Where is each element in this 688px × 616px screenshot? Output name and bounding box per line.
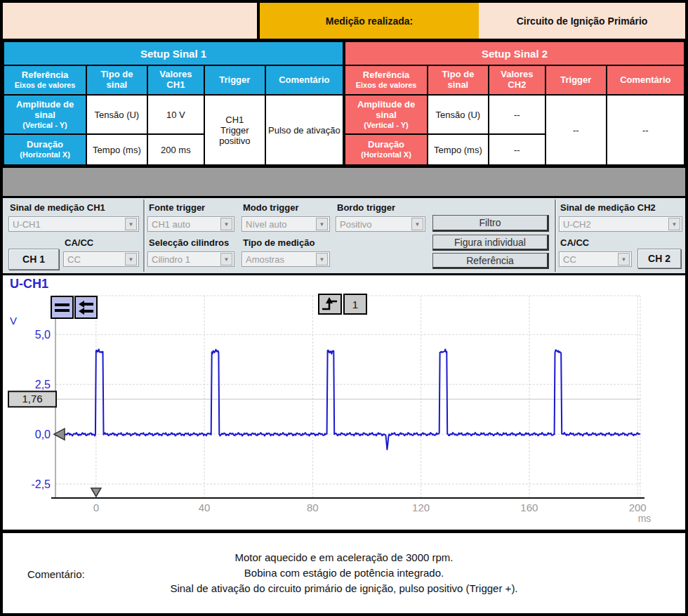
ch2-coupling-select[interactable]: CC ▼ bbox=[559, 251, 632, 267]
chevron-down-icon[interactable]: ▼ bbox=[668, 218, 680, 230]
oscilloscope-display: U-CH1 -2,50,02,55,004080120160200msV1,76 bbox=[3, 275, 685, 533]
ch1-signal-select[interactable]: U-CH1 ▼ bbox=[8, 216, 139, 232]
y-axis-unit: V bbox=[10, 315, 17, 327]
setup-tables: Setup Sinal 1 ReferênciaEixos de valores… bbox=[3, 41, 685, 168]
y-tick-label: 5,0 bbox=[35, 329, 51, 341]
measurement-report-page: Medição realizada: Circuito de Ignição P… bbox=[0, 0, 688, 616]
trigger-channel-badge[interactable]: 1 bbox=[343, 294, 367, 315]
trigger-time-marker[interactable] bbox=[91, 488, 101, 497]
setup1-col-values: Valores CH1 bbox=[147, 65, 204, 95]
ch1-signal-value: U-CH1 bbox=[13, 219, 41, 230]
measure-type-select[interactable]: Amostras ▼ bbox=[242, 251, 330, 267]
ca-cc-label-2: CA/CC bbox=[560, 237, 589, 248]
ch1-signal-label: Sinal de medição CH1 bbox=[10, 202, 105, 213]
ch1-button[interactable]: CH 1 bbox=[8, 249, 59, 270]
x-tick-label: 200 bbox=[629, 502, 647, 513]
trigger-indicator: 1 bbox=[318, 294, 369, 315]
rising-edge-icon bbox=[320, 296, 340, 313]
report-header: Medição realizada: Circuito de Ignição P… bbox=[3, 3, 685, 41]
chevron-down-icon[interactable]: ▼ bbox=[220, 253, 232, 266]
setup2-row2-ref: Duração(Horizontal X) bbox=[345, 134, 428, 165]
setup-signal-2-table: Setup Sinal 2 ReferênciaEixos de valores… bbox=[344, 41, 685, 166]
row2-ref-sub: (Horizontal X) bbox=[6, 150, 84, 159]
setup2-title: Setup Sinal 2 bbox=[345, 41, 684, 65]
setup2-col-type: Tipo de sinal bbox=[428, 65, 489, 95]
row2-ref-sub: (Horizontal X) bbox=[347, 150, 425, 159]
ca-cc-label: CA/CC bbox=[65, 237, 93, 248]
chevron-down-icon[interactable]: ▼ bbox=[316, 218, 328, 230]
setup1-row2-type: Tempo (ms) bbox=[86, 134, 147, 165]
setup1-col-comment: Comentário bbox=[265, 65, 343, 95]
filter-button[interactable]: Filtro bbox=[432, 215, 549, 232]
setup2-col-trigger: Trigger bbox=[545, 65, 607, 95]
chevron-down-icon[interactable]: ▼ bbox=[316, 253, 328, 266]
measurement-label: Medição realizada: bbox=[260, 3, 479, 39]
x-axis-unit: ms bbox=[638, 513, 651, 524]
trigger-source-value: CH1 auto bbox=[152, 219, 190, 230]
setup2-col-comment: Comentário bbox=[607, 65, 684, 95]
setup1-comment-cell: Pulso de ativação bbox=[265, 95, 343, 165]
comment-text: Motor aquecido e em aceleração de 3000 r… bbox=[3, 550, 685, 596]
trigger-mode-label: Modo trigger bbox=[243, 202, 298, 213]
comment-line: Motor aquecido e em aceleração de 3000 r… bbox=[3, 550, 685, 565]
measurement-title: Circuito de Ignição Primário bbox=[479, 3, 685, 39]
panel-divider bbox=[555, 199, 556, 272]
setup1-row1-value: 10 V bbox=[147, 95, 204, 134]
x-tick-label: 120 bbox=[412, 502, 430, 513]
x-tick-label: 80 bbox=[307, 502, 319, 513]
move-cursors-left-button[interactable] bbox=[74, 296, 98, 319]
x-tick-label: 0 bbox=[93, 502, 99, 513]
horizontal-lines-icon bbox=[53, 299, 71, 316]
scope-control-panel: Sinal de medição CH1 U-CH1 ▼ CA/CC CH 1 … bbox=[3, 198, 685, 275]
y-tick-label: 2,5 bbox=[35, 379, 51, 391]
cylinder-label: Selecção cilindros bbox=[149, 237, 229, 248]
row1-ref-sub: (Vertical - Y) bbox=[6, 121, 84, 130]
setup-signal-1-table: Setup Sinal 1 ReferênciaEixos de valores… bbox=[3, 41, 344, 166]
row2-ref-label: Duração bbox=[368, 139, 404, 150]
comment-line: Sinal de ativação do circuito primário d… bbox=[3, 581, 685, 596]
ch1-coupling-select[interactable]: CC ▼ bbox=[63, 251, 139, 267]
row1-ref-sub: (Vertical - Y) bbox=[347, 121, 425, 130]
setup1-row2-ref: Duração(Horizontal X) bbox=[4, 134, 86, 165]
rising-edge-trigger-button[interactable] bbox=[318, 294, 342, 315]
col-ref-label: Referência bbox=[363, 70, 409, 80]
reference-button[interactable]: Referência bbox=[432, 253, 549, 269]
double-left-arrow-icon bbox=[77, 299, 95, 316]
separator-bar bbox=[3, 168, 685, 198]
chevron-down-icon[interactable]: ▼ bbox=[618, 253, 630, 266]
setup2-trigger-cell: -- bbox=[545, 95, 607, 165]
setup1-col-type: Tipo de sinal bbox=[86, 65, 147, 95]
chevron-down-icon[interactable]: ▼ bbox=[125, 253, 137, 266]
setup2-row1-type: Tensão (U) bbox=[428, 95, 489, 134]
trigger-mode-value: Nível auto bbox=[246, 219, 287, 230]
trigger-edge-select[interactable]: Positivo ▼ bbox=[336, 216, 425, 232]
col-ref-sub: Eixos de valores bbox=[6, 81, 84, 90]
measure-type-value: Amostras bbox=[246, 254, 284, 265]
ch2-signal-select[interactable]: U-CH2 ▼ bbox=[559, 216, 682, 232]
ch2-signal-label: Sinal de medição CH2 bbox=[560, 202, 656, 213]
setup2-row2-type: Tempo (ms) bbox=[428, 134, 489, 165]
trigger-source-select[interactable]: CH1 auto ▼ bbox=[147, 216, 234, 232]
header-blank-cell bbox=[3, 3, 260, 39]
ch2-button[interactable]: CH 2 bbox=[637, 249, 681, 268]
chevron-down-icon[interactable]: ▼ bbox=[125, 218, 137, 230]
cylinder-value: Cilindro 1 bbox=[152, 254, 190, 265]
measure-type-label: Tipo de medição bbox=[243, 237, 315, 248]
y-tick-label: -2,5 bbox=[31, 478, 51, 490]
col-ref-label: Referência bbox=[22, 70, 68, 80]
chevron-down-icon[interactable]: ▼ bbox=[220, 218, 232, 230]
chevron-down-icon[interactable]: ▼ bbox=[411, 218, 423, 230]
trigger-level-value: 1,76 bbox=[22, 393, 42, 405]
trigger-source-label: Fonte trigger bbox=[149, 202, 205, 213]
scope-toolbar bbox=[51, 296, 98, 319]
setup1-trigger-cell: CH1 Trigger positivo bbox=[204, 95, 265, 165]
row2-ref-label: Duração bbox=[27, 139, 63, 150]
trigger-mode-select[interactable]: Nível auto ▼ bbox=[242, 216, 330, 232]
ch2-signal-value: U-CH2 bbox=[563, 219, 591, 230]
setup1-col-reference: ReferênciaEixos de valores bbox=[4, 65, 86, 95]
col-ref-sub: Eixos de valores bbox=[347, 81, 425, 90]
cylinder-select[interactable]: Cilindro 1 ▼ bbox=[147, 251, 234, 267]
cursor-lines-button[interactable] bbox=[51, 296, 74, 319]
single-figure-button[interactable]: Figura individual bbox=[432, 235, 549, 251]
x-tick-label: 160 bbox=[520, 502, 538, 513]
